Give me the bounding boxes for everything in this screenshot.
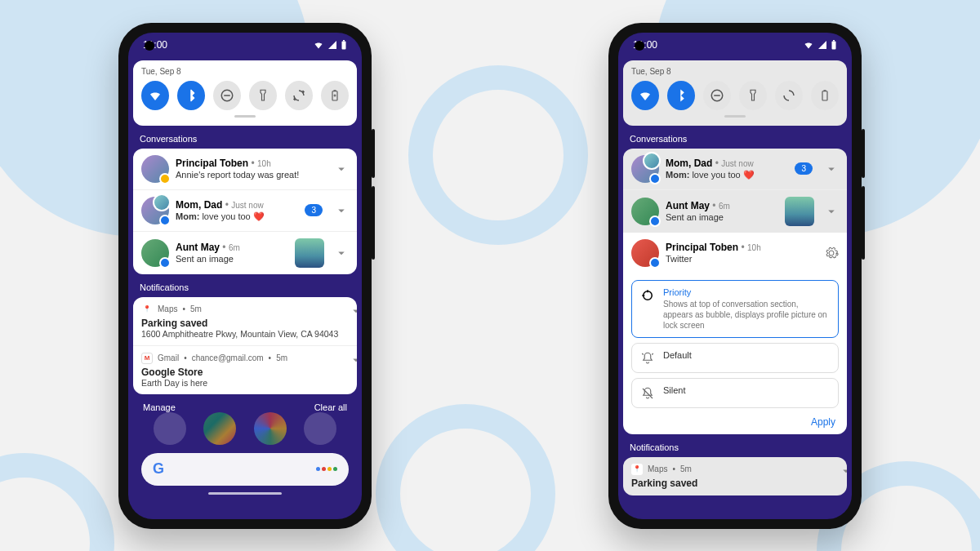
qs-dnd[interactable] — [703, 81, 731, 110]
bell-icon — [640, 351, 655, 366]
search-bar[interactable]: G — [141, 453, 349, 486]
unread-badge: 3 — [305, 204, 323, 216]
chevron-down-icon[interactable] — [334, 162, 349, 176]
chevron-down-icon[interactable] — [349, 353, 357, 367]
qs-date: Tue, Sep 8 — [141, 67, 349, 76]
avatar — [141, 197, 169, 224]
notifications-group: 📍 Maps • 5m Parking saved — [623, 457, 847, 495]
avatar — [141, 239, 169, 267]
clear-all-button[interactable]: Clear all — [314, 402, 347, 412]
status-bar: 11:00 — [618, 33, 852, 57]
notifications-group: 📍 Maps • 5m Parking saved 1600 Amphithea… — [133, 297, 357, 394]
maps-icon: 📍 — [631, 464, 643, 475]
svg-rect-3 — [224, 95, 230, 96]
status-bar: 11:00 — [128, 33, 362, 57]
conversations-group: Principal Toben • 10h Annie's report tod… — [133, 149, 357, 274]
manage-button[interactable]: Manage — [143, 402, 176, 412]
svg-rect-11 — [824, 90, 826, 91]
app-icon[interactable] — [203, 412, 236, 445]
gmail-icon: M — [141, 353, 153, 364]
focused-conversation: Principal Toben • 10h Twitter — [623, 233, 847, 273]
conversation-item[interactable]: Aunt May • 6m Sent an image — [623, 190, 847, 233]
qs-flashlight[interactable] — [249, 81, 277, 110]
notification-item[interactable]: 📍 Maps • 5m Parking saved — [623, 457, 847, 495]
nav-handle[interactable] — [208, 492, 282, 495]
app-icon[interactable] — [154, 412, 186, 445]
qs-rotation[interactable] — [775, 81, 803, 110]
qs-rotation[interactable] — [285, 81, 313, 110]
app-badge-icon — [649, 257, 661, 269]
conversation-item[interactable]: Principal Toben • 10h Annie's report tod… — [133, 149, 357, 190]
app-icon[interactable] — [254, 412, 287, 445]
option-default[interactable]: Default — [631, 343, 839, 373]
option-priority[interactable]: Priority Shows at top of conversation se… — [631, 280, 839, 338]
qs-bluetooth[interactable] — [667, 81, 695, 110]
notification-item[interactable]: M Gmail • chance@gmail.com • 5m Google S… — [133, 346, 357, 394]
chevron-down-icon[interactable] — [839, 464, 847, 478]
signal-icon — [817, 40, 827, 50]
avatar — [141, 155, 169, 183]
svg-rect-0 — [342, 41, 346, 49]
avatar — [631, 198, 659, 225]
signal-icon — [327, 40, 337, 50]
conversations-header: Conversations — [618, 126, 852, 149]
qs-drag-handle[interactable] — [234, 115, 256, 118]
svg-point-12 — [644, 291, 653, 300]
unread-badge: 3 — [795, 162, 813, 175]
conversation-item[interactable]: Mom, Dad • Just now Mom: love you too ❤️… — [623, 149, 847, 190]
chevron-down-icon[interactable] — [824, 204, 839, 219]
app-badge-icon — [649, 173, 661, 184]
svg-rect-5 — [334, 90, 336, 91]
notification-item[interactable]: 📍 Maps • 5m Parking saved 1600 Amphithea… — [133, 297, 357, 346]
phone-left: 11:00 Tue, Sep 8 Conversations — [118, 23, 372, 529]
svg-rect-9 — [714, 95, 720, 96]
avatar — [631, 239, 659, 267]
bell-off-icon — [640, 386, 655, 401]
chevron-down-icon[interactable] — [334, 246, 349, 260]
apply-button[interactable]: Apply — [631, 413, 839, 428]
notifications-header: Notifications — [618, 434, 852, 457]
gear-icon[interactable] — [824, 246, 839, 260]
svg-rect-6 — [832, 41, 836, 49]
battery-icon — [341, 40, 347, 50]
maps-icon: 📍 — [141, 304, 153, 315]
conversation-item[interactable]: Mom, Dad • Just now Mom: love you too ❤️… — [133, 190, 357, 232]
qs-wifi[interactable] — [631, 81, 659, 110]
notifications-header: Notifications — [128, 274, 362, 297]
qs-battery-saver[interactable] — [811, 81, 839, 110]
quick-settings-panel: Tue, Sep 8 — [623, 60, 847, 126]
chevron-down-icon[interactable] — [349, 304, 357, 318]
home-dock — [128, 412, 362, 445]
image-thumbnail — [785, 197, 814, 226]
qs-flashlight[interactable] — [739, 81, 767, 110]
svg-rect-10 — [822, 91, 827, 100]
qs-bluetooth[interactable] — [177, 81, 205, 110]
assistant-icon[interactable] — [316, 467, 337, 471]
conversation-item[interactable]: Aunt May • 6m Sent an image — [133, 232, 357, 274]
option-silent[interactable]: Silent — [631, 378, 839, 408]
chevron-down-icon[interactable] — [334, 203, 349, 218]
image-thumbnail — [295, 238, 324, 268]
google-logo-icon: G — [153, 460, 164, 478]
front-camera — [145, 41, 154, 51]
quick-settings-panel: Tue, Sep 8 — [133, 60, 357, 126]
battery-icon — [831, 40, 837, 50]
phone-right: 11:00 Tue, Sep 8 Conversations — [608, 23, 862, 529]
chevron-down-icon[interactable] — [824, 162, 839, 176]
app-badge-icon — [649, 216, 661, 227]
wifi-icon — [803, 40, 814, 50]
qs-drag-handle[interactable] — [724, 115, 746, 118]
app-badge-icon — [159, 215, 171, 226]
qs-dnd[interactable] — [213, 81, 241, 110]
wifi-icon — [313, 40, 324, 50]
qs-battery-saver[interactable] — [321, 81, 349, 110]
front-camera — [635, 41, 644, 51]
app-icon[interactable] — [304, 412, 336, 445]
app-badge-icon — [159, 257, 171, 269]
qs-wifi[interactable] — [141, 81, 169, 110]
svg-rect-1 — [343, 40, 345, 42]
qs-date: Tue, Sep 8 — [631, 67, 839, 76]
conversations-dimmed-group: Mom, Dad • Just now Mom: love you too ❤️… — [623, 149, 847, 233]
conversation-item-expanded[interactable]: Principal Toben • 10h Twitter — [623, 233, 847, 273]
priority-icon — [640, 288, 655, 303]
